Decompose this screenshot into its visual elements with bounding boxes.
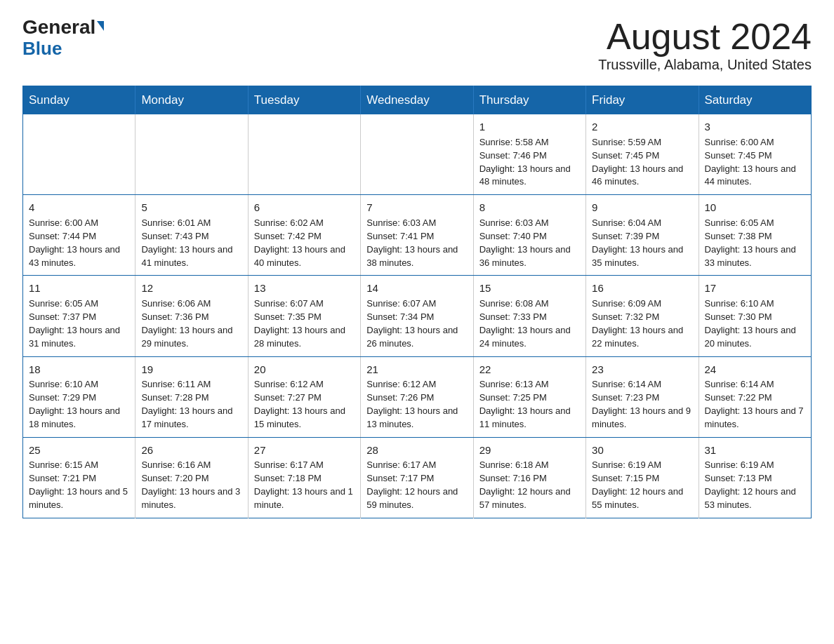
page-header: General Blue August 2024 Trussville, Ala…: [22, 17, 812, 73]
calendar-cell: 15Sunrise: 6:08 AM Sunset: 7:33 PM Dayli…: [473, 276, 585, 356]
calendar-cell: 17Sunrise: 6:10 AM Sunset: 7:30 PM Dayli…: [699, 276, 811, 356]
calendar-cell: 16Sunrise: 6:09 AM Sunset: 7:32 PM Dayli…: [586, 276, 699, 356]
calendar-cell: 14Sunrise: 6:07 AM Sunset: 7:34 PM Dayli…: [361, 276, 473, 356]
day-info: Sunrise: 6:00 AM Sunset: 7:45 PM Dayligh…: [705, 136, 805, 189]
weekday-header-monday: Monday: [135, 86, 248, 115]
day-number: 9: [592, 200, 692, 215]
logo: General Blue: [22, 17, 104, 58]
day-info: Sunrise: 6:10 AM Sunset: 7:30 PM Dayligh…: [705, 297, 805, 350]
day-info: Sunrise: 6:14 AM Sunset: 7:22 PM Dayligh…: [705, 378, 805, 431]
calendar-cell: 13Sunrise: 6:07 AM Sunset: 7:35 PM Dayli…: [248, 276, 360, 356]
calendar-cell: [361, 114, 473, 195]
calendar-cell: 1Sunrise: 5:58 AM Sunset: 7:46 PM Daylig…: [473, 114, 585, 195]
day-number: 23: [592, 362, 692, 377]
calendar-cell: 10Sunrise: 6:05 AM Sunset: 7:38 PM Dayli…: [699, 195, 811, 276]
day-number: 12: [141, 281, 241, 296]
calendar-cell: 27Sunrise: 6:17 AM Sunset: 7:18 PM Dayli…: [248, 437, 360, 518]
day-info: Sunrise: 6:07 AM Sunset: 7:35 PM Dayligh…: [254, 297, 355, 350]
weekday-header-saturday: Saturday: [699, 86, 811, 115]
day-number: 25: [29, 443, 129, 458]
day-info: Sunrise: 6:05 AM Sunset: 7:38 PM Dayligh…: [705, 217, 805, 269]
day-number: 26: [141, 443, 241, 458]
day-info: Sunrise: 6:13 AM Sunset: 7:25 PM Dayligh…: [479, 378, 580, 431]
day-number: 29: [479, 443, 580, 458]
weekday-header-wednesday: Wednesday: [361, 86, 473, 115]
day-number: 5: [141, 200, 241, 215]
day-info: Sunrise: 6:11 AM Sunset: 7:28 PM Dayligh…: [141, 378, 241, 431]
day-number: 31: [705, 443, 805, 458]
calendar-cell: 5Sunrise: 6:01 AM Sunset: 7:43 PM Daylig…: [135, 195, 248, 276]
day-info: Sunrise: 6:10 AM Sunset: 7:29 PM Dayligh…: [29, 378, 129, 431]
calendar-cell: 18Sunrise: 6:10 AM Sunset: 7:29 PM Dayli…: [23, 356, 135, 437]
calendar-cell: 4Sunrise: 6:00 AM Sunset: 7:44 PM Daylig…: [23, 195, 135, 276]
day-info: Sunrise: 6:17 AM Sunset: 7:17 PM Dayligh…: [366, 459, 467, 511]
day-number: 10: [705, 200, 805, 215]
day-info: Sunrise: 6:02 AM Sunset: 7:42 PM Dayligh…: [254, 217, 355, 269]
day-info: Sunrise: 6:03 AM Sunset: 7:40 PM Dayligh…: [479, 217, 580, 269]
logo-triangle-icon: [97, 21, 104, 31]
day-number: 20: [254, 362, 355, 377]
calendar-cell: [135, 114, 248, 195]
calendar-cell: [248, 114, 360, 195]
calendar-cell: 31Sunrise: 6:19 AM Sunset: 7:13 PM Dayli…: [699, 437, 811, 518]
day-info: Sunrise: 6:19 AM Sunset: 7:15 PM Dayligh…: [592, 459, 692, 511]
day-info: Sunrise: 6:15 AM Sunset: 7:21 PM Dayligh…: [29, 459, 129, 511]
calendar-cell: 19Sunrise: 6:11 AM Sunset: 7:28 PM Dayli…: [135, 356, 248, 437]
day-info: Sunrise: 6:19 AM Sunset: 7:13 PM Dayligh…: [705, 459, 805, 511]
calendar-cell: 28Sunrise: 6:17 AM Sunset: 7:17 PM Dayli…: [361, 437, 473, 518]
calendar-week-row: 1Sunrise: 5:58 AM Sunset: 7:46 PM Daylig…: [23, 114, 812, 195]
day-info: Sunrise: 5:58 AM Sunset: 7:46 PM Dayligh…: [479, 136, 580, 189]
day-info: Sunrise: 6:12 AM Sunset: 7:27 PM Dayligh…: [254, 378, 355, 431]
month-title: August 2024: [598, 17, 812, 57]
calendar-cell: 7Sunrise: 6:03 AM Sunset: 7:41 PM Daylig…: [361, 195, 473, 276]
day-number: 15: [479, 281, 580, 296]
calendar-week-row: 25Sunrise: 6:15 AM Sunset: 7:21 PM Dayli…: [23, 437, 812, 518]
day-info: Sunrise: 6:09 AM Sunset: 7:32 PM Dayligh…: [592, 297, 692, 350]
calendar-cell: 30Sunrise: 6:19 AM Sunset: 7:15 PM Dayli…: [586, 437, 699, 518]
calendar-cell: 6Sunrise: 6:02 AM Sunset: 7:42 PM Daylig…: [248, 195, 360, 276]
calendar-cell: 3Sunrise: 6:00 AM Sunset: 7:45 PM Daylig…: [699, 114, 811, 195]
weekday-header-sunday: Sunday: [23, 86, 135, 115]
day-info: Sunrise: 6:07 AM Sunset: 7:34 PM Dayligh…: [366, 297, 467, 350]
weekday-header-thursday: Thursday: [473, 86, 585, 115]
calendar-week-row: 11Sunrise: 6:05 AM Sunset: 7:37 PM Dayli…: [23, 276, 812, 356]
calendar-cell: 20Sunrise: 6:12 AM Sunset: 7:27 PM Dayli…: [248, 356, 360, 437]
day-number: 30: [592, 443, 692, 458]
day-number: 13: [254, 281, 355, 296]
day-number: 18: [29, 362, 129, 377]
day-number: 27: [254, 443, 355, 458]
day-info: Sunrise: 6:08 AM Sunset: 7:33 PM Dayligh…: [479, 297, 580, 350]
calendar-cell: 29Sunrise: 6:18 AM Sunset: 7:16 PM Dayli…: [473, 437, 585, 518]
day-number: 28: [366, 443, 467, 458]
location-title: Trussville, Alabama, United States: [598, 57, 812, 73]
calendar-week-row: 4Sunrise: 6:00 AM Sunset: 7:44 PM Daylig…: [23, 195, 812, 276]
day-info: Sunrise: 6:01 AM Sunset: 7:43 PM Dayligh…: [141, 217, 241, 269]
day-number: 7: [366, 200, 467, 215]
day-number: 17: [705, 281, 805, 296]
day-info: Sunrise: 6:16 AM Sunset: 7:20 PM Dayligh…: [141, 459, 241, 511]
calendar-cell: 9Sunrise: 6:04 AM Sunset: 7:39 PM Daylig…: [586, 195, 699, 276]
calendar-cell: 8Sunrise: 6:03 AM Sunset: 7:40 PM Daylig…: [473, 195, 585, 276]
day-info: Sunrise: 6:03 AM Sunset: 7:41 PM Dayligh…: [366, 217, 467, 269]
day-number: 3: [705, 119, 805, 135]
day-info: Sunrise: 6:12 AM Sunset: 7:26 PM Dayligh…: [366, 378, 467, 431]
day-number: 22: [479, 362, 580, 377]
calendar-cell: 23Sunrise: 6:14 AM Sunset: 7:23 PM Dayli…: [586, 356, 699, 437]
calendar-cell: 25Sunrise: 6:15 AM Sunset: 7:21 PM Dayli…: [23, 437, 135, 518]
calendar-table: SundayMondayTuesdayWednesdayThursdayFrid…: [22, 86, 812, 518]
title-area: August 2024 Trussville, Alabama, United …: [598, 17, 812, 73]
day-info: Sunrise: 6:17 AM Sunset: 7:18 PM Dayligh…: [254, 459, 355, 511]
weekday-header-friday: Friday: [586, 86, 699, 115]
weekday-header-tuesday: Tuesday: [248, 86, 360, 115]
calendar-cell: 24Sunrise: 6:14 AM Sunset: 7:22 PM Dayli…: [699, 356, 811, 437]
day-info: Sunrise: 6:18 AM Sunset: 7:16 PM Dayligh…: [479, 459, 580, 511]
calendar-cell: 22Sunrise: 6:13 AM Sunset: 7:25 PM Dayli…: [473, 356, 585, 437]
calendar-cell: 11Sunrise: 6:05 AM Sunset: 7:37 PM Dayli…: [23, 276, 135, 356]
day-number: 24: [705, 362, 805, 377]
calendar-cell: [23, 114, 135, 195]
calendar-week-row: 18Sunrise: 6:10 AM Sunset: 7:29 PM Dayli…: [23, 356, 812, 437]
day-number: 2: [592, 119, 692, 135]
day-number: 21: [366, 362, 467, 377]
calendar-cell: 2Sunrise: 5:59 AM Sunset: 7:45 PM Daylig…: [586, 114, 699, 195]
calendar-cell: 26Sunrise: 6:16 AM Sunset: 7:20 PM Dayli…: [135, 437, 248, 518]
